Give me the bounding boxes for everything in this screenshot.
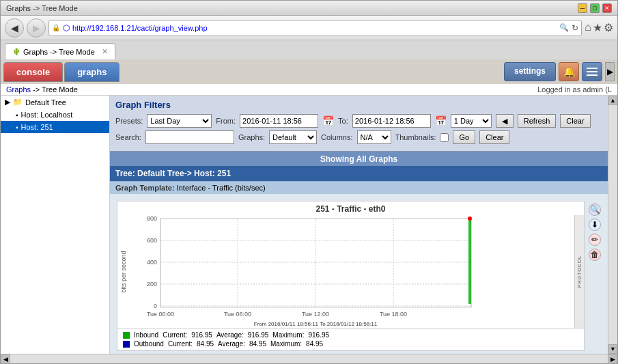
maximum-label-2: Maximum: — [270, 340, 302, 348]
y-axis-label: bits per second — [120, 251, 127, 292]
breadcrumb-tree-mode: Tree Mode — [42, 85, 78, 94]
h-scroll-track[interactable] — [10, 354, 608, 364]
breadcrumb-graphs-link[interactable]: Graphs — [6, 85, 31, 94]
sidebar-item-default-tree[interactable]: ▶ 📁 Default Tree — [1, 96, 109, 109]
to-label: To: — [338, 117, 348, 125]
to-calendar-icon[interactable]: 📅 — [435, 115, 447, 126]
secure-icon: 🔒 — [52, 24, 60, 31]
columns-label: Columns: — [321, 133, 352, 141]
host-value: 251 — [217, 169, 231, 178]
to-input[interactable] — [352, 114, 431, 128]
graphs-label: Graphs: — [238, 133, 265, 141]
zoom-icon[interactable]: 🔍 — [589, 204, 601, 216]
svg-text:0: 0 — [154, 303, 157, 309]
left-arrow-button[interactable]: ◀ — [496, 114, 514, 128]
forward-button[interactable]: ▶ — [27, 18, 46, 38]
alert-button[interactable]: 🔔 — [559, 62, 579, 81]
go-button[interactable]: Go — [453, 130, 475, 144]
columns-select[interactable]: N/A — [357, 130, 391, 144]
breadcrumb: Graphs -> Tree Mode — [6, 85, 78, 94]
shield-icon: ⬡ — [63, 23, 70, 33]
inbound-label: Inbound — [134, 331, 158, 339]
search-icon-address: 🔍 — [559, 23, 569, 32]
sidebar-item-label: Host: Localhost — [21, 111, 73, 119]
period-select[interactable]: 1 Day — [451, 114, 492, 128]
clear2-button[interactable]: Clear — [479, 130, 509, 144]
nav-scroll-right[interactable]: ▶ — [605, 62, 615, 81]
address-bar[interactable]: http://192.168.1.21/cacti/graph_view.php — [72, 24, 557, 32]
inbound-current: 916.95 — [191, 331, 212, 339]
bookmark-button[interactable]: ★ — [593, 21, 602, 34]
from-input[interactable] — [240, 114, 318, 128]
sidebar-item-host-localhost[interactable]: ▪ Host: Localhost — [1, 109, 109, 121]
content-area: Graph Filters Presets: Last Day From: 📅 … — [110, 96, 608, 354]
graph-filters-title: Graph Filters — [115, 100, 602, 110]
refresh-button[interactable]: Refresh — [518, 114, 557, 128]
vertical-scrollbar: ▲ ▼ — [608, 96, 617, 354]
host-icon-localhost: ▪ — [16, 111, 18, 119]
scroll-right-button[interactable]: ▶ — [608, 354, 617, 364]
showing-all-bar: Showing All Graphs — [110, 152, 608, 166]
tab-icon: 🌵 — [12, 48, 20, 55]
sidebar-item-label: Default Tree — [25, 98, 66, 107]
back-button[interactable]: ◀ — [5, 18, 24, 38]
down-icon[interactable]: ⬇ — [589, 219, 601, 231]
close-button[interactable]: ✕ — [602, 3, 612, 13]
scroll-up-button[interactable]: ▲ — [608, 96, 617, 105]
svg-point-20 — [468, 216, 472, 221]
minimize-button[interactable]: ─ — [578, 3, 587, 13]
template-label: Graph Template: — [115, 184, 175, 192]
graph-title: 251 - Traffic - eth0 — [117, 201, 584, 215]
home-button[interactable]: ⌂ — [585, 21, 591, 34]
protocol-label: PROTOCOL — [577, 255, 582, 288]
graphs-select[interactable]: Default — [269, 130, 317, 144]
current-label-2: Current: — [168, 340, 193, 348]
thumbnails-label: Thumbnails: — [395, 133, 436, 141]
sidebar-item-host-251[interactable]: ▪ Host: 251 — [1, 121, 109, 133]
settings-button[interactable]: settings — [504, 62, 556, 81]
graph-action-icons: 🔍 ⬇ ✏ 🗑 — [589, 201, 601, 351]
address-refresh-button[interactable]: ↻ — [572, 23, 578, 33]
console-nav-button[interactable]: console — [3, 62, 63, 82]
host-bar: Tree: Default Tree-> Host: 251 — [110, 166, 608, 181]
inbound-average: 916.95 — [248, 331, 269, 339]
from-calendar-icon[interactable]: 📅 — [322, 115, 334, 126]
average-label: Average: — [216, 331, 244, 339]
graphs-nav-button[interactable]: graphs — [64, 62, 120, 82]
svg-text:400: 400 — [147, 259, 157, 266]
graph-legend: Inbound Current: 916.95 Average: 916.95 … — [117, 328, 585, 351]
horizontal-scrollbar: ◀ ▶ — [1, 354, 617, 363]
svg-text:200: 200 — [147, 281, 157, 288]
maximum-label: Maximum: — [272, 331, 304, 339]
scroll-down-button[interactable]: ▼ — [608, 344, 617, 354]
tab-label: Graphs -> Tree Mode — [23, 48, 95, 56]
scroll-left-button[interactable]: ◀ — [1, 354, 10, 364]
graph-svg: 800 600 400 200 0 — [130, 215, 485, 328]
tab-close-button[interactable]: ✕ — [102, 47, 108, 56]
presets-select[interactable]: Last Day — [147, 114, 212, 128]
logged-in-text: Logged in as admin (L — [537, 85, 612, 94]
inbound-maximum: 916.95 — [308, 331, 329, 339]
clear-button[interactable]: Clear — [560, 114, 590, 128]
tree-value: Default Tree-> — [137, 169, 192, 178]
template-value: Interface - Traffic (bits/sec) — [177, 184, 266, 192]
svg-text:Tue 18:00: Tue 18:00 — [380, 311, 407, 318]
thumbnails-checkbox[interactable] — [440, 133, 449, 142]
maximize-button[interactable]: □ — [590, 3, 600, 13]
outbound-label: Outbound — [134, 340, 164, 348]
sidebar-item-label: Host: 251 — [21, 123, 53, 131]
svg-text:From 2016/01/11 18:56:11 To 20: From 2016/01/11 18:56:11 To 2016/01/12 1… — [254, 321, 378, 327]
outbound-average: 84.95 — [249, 340, 266, 348]
menu-button[interactable] — [582, 62, 602, 81]
svg-rect-0 — [587, 68, 598, 69]
delete-icon[interactable]: 🗑 — [589, 249, 601, 261]
average-label-2: Average: — [218, 340, 245, 348]
edit-icon[interactable]: ✏ — [589, 234, 601, 246]
svg-rect-19 — [468, 219, 471, 304]
search-input[interactable] — [145, 130, 234, 144]
svg-text:Tue 06:00: Tue 06:00 — [224, 311, 251, 318]
settings-menu-button[interactable]: ⚙ — [604, 21, 613, 34]
sidebar: ▶ 📁 Default Tree ▪ Host: Localhost ▪ Hos… — [1, 96, 110, 354]
scroll-track[interactable] — [608, 105, 617, 344]
browser-tab[interactable]: 🌵 Graphs -> Tree Mode ✕ — [5, 43, 115, 59]
